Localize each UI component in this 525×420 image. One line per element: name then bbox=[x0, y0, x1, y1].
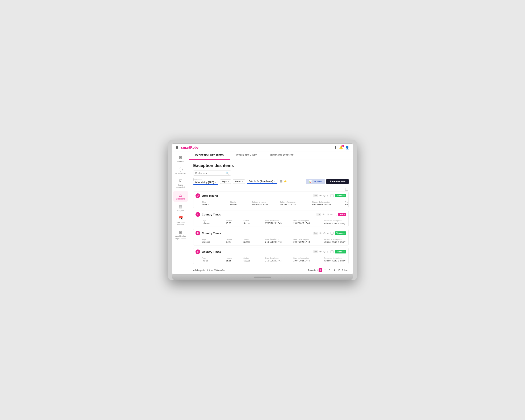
pagination-page-2[interactable]: 2 bbox=[323, 268, 327, 272]
export-icon: ⬆ bbox=[329, 180, 331, 183]
edit-icon-1[interactable]: ⚙ bbox=[323, 194, 326, 197]
topnav-left: ☰ smartRoby bbox=[176, 146, 199, 149]
view-icon-1[interactable]: 👁 bbox=[319, 194, 322, 197]
sidebar-item-items-completed[interactable]: ☑ Items completed bbox=[173, 177, 188, 190]
search-input[interactable] bbox=[195, 172, 225, 174]
bell-badge: 3 bbox=[341, 145, 344, 147]
main-body: ⊞ Dashboard ◯ My processes ☑ Items compl… bbox=[172, 151, 353, 274]
detail-col-2-3: Statuts Succes bbox=[244, 220, 264, 224]
detail-col-1-4: Date de l'exception 29/07/2023 17:43 bbox=[280, 201, 311, 206]
statut-filter[interactable]: Statut ▼ bbox=[233, 179, 245, 184]
detail-col-1-1: Offer Renault bbox=[202, 201, 229, 206]
filters-row: Processus Offer Mining [PRO] ▼ Tags ▼ bbox=[193, 178, 349, 185]
sidebar-label-analytics: Analytics bbox=[177, 210, 184, 212]
detail-col-3-4: Date de création 27/07/2023 17:43 bbox=[265, 238, 292, 243]
item-checkbox-2[interactable] bbox=[334, 213, 337, 216]
tab-exception-items[interactable]: EXCEPTION DES ITEMS bbox=[189, 151, 230, 160]
detail-col-2-4: Date de création 27/07/2023 17:43 bbox=[265, 220, 292, 224]
tab-items-attente[interactable]: ITEMS EN ATTENTE bbox=[264, 151, 300, 160]
download-icon[interactable]: ⬇ bbox=[334, 146, 337, 149]
select-all-checkbox[interactable] bbox=[345, 188, 348, 191]
tags-filter[interactable]: Tags ▼ bbox=[220, 179, 231, 184]
detail-col-4-4: Date de création 27/07/2023 17:43 bbox=[265, 257, 292, 262]
tab-items-termines[interactable]: ITEMS TERMINÉS bbox=[230, 151, 264, 160]
view-icon-3[interactable]: 👁 bbox=[319, 232, 322, 235]
item-detail-2: Pays Lebanon Heures 13:28 Statuts Succes bbox=[193, 218, 348, 227]
hamburger-icon[interactable]: ☰ bbox=[176, 146, 178, 149]
date-filter[interactable]: Date de fin (decroissant) ▼ bbox=[247, 179, 278, 184]
logo-roby: Roby bbox=[190, 146, 199, 149]
search-box[interactable]: 🔍 bbox=[193, 170, 231, 176]
detail-col-3-3: Statuts Succes bbox=[244, 238, 264, 243]
pagination-prev[interactable]: Précédent bbox=[308, 269, 318, 271]
logo: smartRoby bbox=[181, 146, 199, 149]
item-checkbox-3[interactable] bbox=[330, 232, 333, 234]
export-button[interactable]: ⬆ EXPORTER bbox=[326, 179, 349, 184]
sidebar-item-analytics[interactable]: ▦ Analytics bbox=[173, 203, 188, 214]
item-checkbox-4[interactable] bbox=[330, 250, 333, 253]
edit-icon-2[interactable]: ⚙ bbox=[327, 213, 329, 216]
processus-chevron-icon: ▼ bbox=[215, 181, 216, 183]
detail-col-1-5: Raison de l'exception Fournisseur Inconn… bbox=[312, 201, 344, 206]
tabs: EXCEPTION DES ITEMS ITEMS TERMINÉS ITEMS… bbox=[189, 151, 353, 160]
item-header-3: C Country Times 1er 👁 ⚙ ↩ Terminée bbox=[193, 229, 348, 237]
qualification-icon: ⊞ bbox=[179, 230, 182, 234]
item-actions-4: 1er 👁 ⚙ ↩ Terminée bbox=[313, 250, 346, 253]
exceptions-icon: △ bbox=[179, 193, 182, 197]
item-name-2: Country Times bbox=[202, 213, 315, 216]
item-actions-1: 1er 👁 ⚙ ↩ Terminée bbox=[313, 194, 346, 197]
view-icon-2[interactable]: 👁 bbox=[323, 213, 325, 216]
graph-icon: 📊 bbox=[309, 180, 312, 183]
filter-lines-icon[interactable]: ☰ bbox=[280, 180, 283, 183]
undo-icon-4[interactable]: ↩ bbox=[327, 250, 329, 253]
undo-icon-2[interactable]: ↩ bbox=[330, 213, 333, 216]
item-dot-4: C bbox=[196, 250, 200, 254]
sidebar-item-my-processes[interactable]: ◯ My processes bbox=[173, 165, 188, 176]
undo-icon-3[interactable]: ↩ bbox=[327, 232, 329, 235]
status-badge-3: Terminée bbox=[335, 231, 346, 235]
pagination-info: Affichage de 1 à 4 sur 350 entrées bbox=[193, 269, 225, 271]
detail-col-3-5: Date de l'exception 29/07/2023 17:43 bbox=[293, 238, 323, 243]
sidebar-item-exceptions[interactable]: △ Exceptions bbox=[173, 191, 188, 202]
date-chevron-icon: ▼ bbox=[274, 180, 275, 182]
pagination-row: Affichage de 1 à 4 sur 350 entrées Précé… bbox=[193, 266, 349, 273]
pagination-page-1[interactable]: 1 bbox=[319, 268, 322, 272]
iteration-badge-1: 1er bbox=[313, 194, 318, 197]
item-checkbox-1[interactable] bbox=[330, 194, 333, 197]
sidebar-item-resource-planner[interactable]: 📅 Resource Planner bbox=[173, 215, 188, 228]
item-name-3: Country Times bbox=[202, 232, 311, 235]
view-icon-4[interactable]: 👁 bbox=[319, 250, 322, 253]
filter-active-icon[interactable]: ⚡ bbox=[283, 180, 287, 183]
sidebar-label-my-processes: My processes bbox=[175, 172, 187, 175]
detail-col-4-3: Statuts Succes bbox=[244, 257, 264, 262]
undo-icon-1[interactable]: ↩ bbox=[327, 194, 329, 197]
search-row: 🔍 bbox=[193, 170, 349, 176]
sidebar: ⊞ Dashboard ◯ My processes ☑ Items compl… bbox=[172, 151, 189, 274]
sidebar-item-qualification[interactable]: ⊞ Qualification of processes bbox=[173, 228, 188, 242]
detail-col-1-2: Statuts Succes bbox=[230, 201, 251, 206]
sidebar-item-dashboard[interactable]: ⊞ Dashboard bbox=[173, 153, 188, 164]
pagination-page-3[interactable]: 3 bbox=[328, 268, 332, 272]
pagination-next[interactable]: Suivant bbox=[342, 269, 349, 271]
detail-col-4-1: Pays France bbox=[202, 257, 225, 262]
graph-button[interactable]: 📊 GRAPH bbox=[306, 179, 325, 184]
processus-filter-label: Processus bbox=[193, 178, 219, 180]
item-card-3: C Country Times 1er 👁 ⚙ ↩ Terminée bbox=[193, 229, 349, 245]
dashboard-icon: ⊞ bbox=[179, 155, 182, 160]
item-detail-1: Offer Renault Statuts Succes Date de cré… bbox=[193, 200, 348, 208]
resource-planner-icon: 📅 bbox=[178, 216, 183, 221]
search-icon: 🔍 bbox=[226, 172, 229, 175]
analytics-icon: ▦ bbox=[179, 204, 182, 209]
item-actions-2: 1er 👁 ⚙ ↩ Prête bbox=[317, 213, 346, 216]
detail-col-3-2: Heures 13:28 bbox=[226, 238, 243, 243]
user-icon[interactable]: 👤 bbox=[345, 146, 349, 149]
pagination-page-15[interactable]: 15 bbox=[337, 268, 341, 272]
bell-icon[interactable]: 🔔 3 bbox=[339, 146, 343, 149]
topnav: ☰ smartRoby ⬇ 🔔 3 👤 bbox=[172, 144, 353, 151]
edit-icon-3[interactable]: ⚙ bbox=[323, 232, 326, 235]
edit-icon-4[interactable]: ⚙ bbox=[323, 250, 326, 253]
processus-filter[interactable]: Offer Mining [PRO] ▼ bbox=[193, 180, 218, 185]
sidebar-label-exceptions: Exceptions bbox=[176, 198, 185, 200]
pagination-page-4[interactable]: 4 bbox=[332, 268, 336, 272]
iteration-badge-2: 1er bbox=[317, 213, 321, 216]
